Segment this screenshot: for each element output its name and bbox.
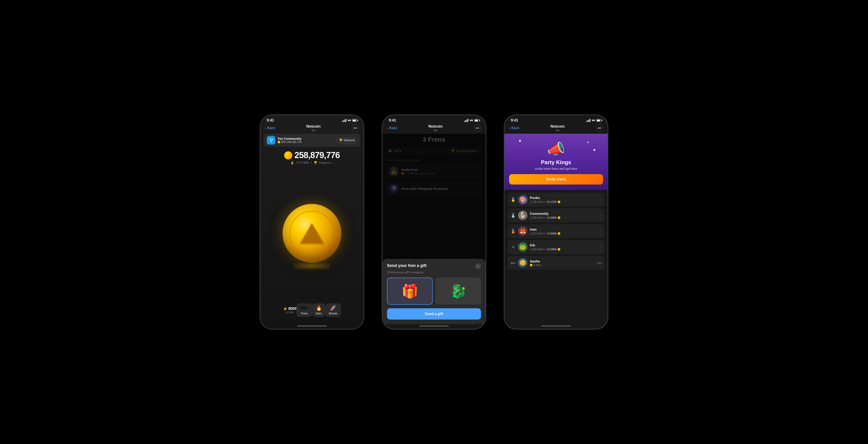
nav-center-2: Notcoin bot [428,124,442,132]
leader-item-1[interactable]: 🥇 🎨 Punks 1,238 frens • +6,123k › [508,193,604,207]
battery-icon-3 [596,119,601,122]
modal-close-button[interactable]: × [475,263,481,269]
modal-overlay: Send your fren a gift × Choose your gift… [382,134,486,324]
leader-frens-1: 1,238 frens [530,200,544,203]
medal-1: 🥇 [510,197,516,202]
score-rank: 🏅 777,740th • 🏆 Platinum › [290,161,333,164]
leader-name-5: Sasha [530,259,594,263]
back-button-2[interactable]: ‹ Back [387,126,397,131]
leader-avatar-5: 😊 [518,258,528,268]
signal-icon [342,119,346,122]
leader-name-4: Kik [530,243,598,247]
nav-title-3: Notcoin [550,124,565,129]
phone2-content: 3 Frens +917k 🏆 Top 300 leaders › Invite… [382,134,486,324]
ton-letter: ▽ [270,138,273,143]
home-indicator-3 [541,326,571,327]
earn-tab[interactable]: 🔥 Earn [312,303,326,317]
community-banner[interactable]: ▽ Ton Community 905,238,482,734 🏆 Diamon… [264,134,360,147]
coin-glow [294,263,330,269]
more-button-2[interactable]: ••• [474,125,481,132]
frens-badge: 99+ [300,305,308,311]
leader-item-4[interactable]: 4 🐸 Kik 1,220 frens • +3,085k › [508,240,604,254]
signal-icon-3 [586,119,590,122]
phone3-content: ✦ ✦ ✦ 📣 Party Kings Invite more frens an… [504,134,608,324]
score-coin [284,151,292,160]
community-left: ▽ Ton Community 905,238,482,734 [267,136,302,144]
sparkle-3: ✦ [587,140,590,144]
big-coin-area[interactable] [283,165,341,301]
leader-detail-3: 1,223 frens • +3,868k [530,232,598,235]
party-title: Party Kings [541,159,571,166]
leader-rank-1: 🥇 [510,197,516,202]
leader-avatar-2: 🐕 [518,211,528,220]
nav-bar-2: ‹ Back Notcoin bot ••• [382,123,486,134]
phone1-content: ▽ Ton Community 905,238,482,734 🏆 Diamon… [260,134,364,324]
nav-center-3: Notcoin bot [550,124,565,132]
modal-header: Send your fren a gift × [387,263,481,269]
leader-avatar-4: 🐸 [518,242,528,252]
status-bar-3: 9:41 ▾▾ [504,115,608,123]
medal-2: 🥈 [510,213,516,218]
diamond-badge: 🏆 Diamond [337,138,357,143]
back-label-3: Back [511,126,520,130]
phone-1: 9:41 ▾▾ ‹ Back Notcoin bot ••• ▽ [260,115,364,329]
battery-icon-2 [474,119,479,122]
leader-reward-2: +4,088k [546,216,557,219]
leader-item-5[interactable]: 300+ 😊 Sasha 3 frens You [508,256,604,270]
leader-name-3: Ivan [530,228,598,231]
rank-level: Platinum [319,161,331,164]
main-score: 258,879,776 [284,150,340,160]
leader-rank-5: 300+ [510,261,516,265]
earn-icon: 🔥 [316,305,322,311]
community-coins: 905,238,482,734 [278,140,302,144]
rank-num-5: 300+ [510,262,516,265]
energy-num: 8000 [288,307,297,311]
reward-coin-1 [558,201,560,203]
party-subtitle: Invite more frens and get here [535,167,577,171]
big-coin[interactable] [283,204,341,263]
back-chevron-1: ‹ [265,126,266,131]
rank-value: 777,740th [296,161,309,164]
reward-coin-5 [530,264,532,267]
send-gift-button[interactable]: Send a gift [387,308,481,319]
community-name: Ton Community [278,137,302,140]
invite-frens-button[interactable]: Invite frens [509,174,603,184]
back-button-1[interactable]: ‹ Back [265,126,275,131]
leader-detail-1: 1,238 frens • +6,123k [530,200,598,203]
leader-item-3[interactable]: 🥉 🦊 Ivan 1,223 frens • +3,868k › [508,224,604,238]
leader-avatar-3: 🦊 [518,227,528,236]
bottom-bar-1: ⚡ 8000 /10,000 99+ Frens 🔥 Earn 🚀 Boosts [278,301,346,321]
nav-title-1: Notcoin [306,124,320,129]
rank-icon: 🏅 [290,161,294,164]
back-button-3[interactable]: ‹ Back [509,126,520,131]
more-button-3[interactable]: ••• [596,125,603,132]
signal-icon-2 [464,119,468,122]
leaderboard: 🥇 🎨 Punks 1,238 frens • +6,123k › [504,190,608,324]
status-bar-1: 9:41 ▾▾ [260,115,364,123]
gift-icon-2: 🐉 [450,283,467,299]
medal-3: 🥉 [510,229,516,234]
rank-num-4: 4 [512,245,514,249]
leader-detail-4: 1,220 frens • +3,085k [530,247,598,251]
more-button-1[interactable]: ••• [352,125,359,132]
nav-subtitle-3: bot [550,129,565,132]
trophy-icon: 🏆 [339,139,343,142]
leader-item-2[interactable]: 🥈 🐕 Community 1,230 frens • +4,088k › [508,208,604,223]
leader-frens-4: 1,220 frens [530,248,544,251]
gift-option-1[interactable]: 🎁 [387,278,433,305]
boosts-tab[interactable]: 🚀 Boosts [326,303,341,317]
reward-coin-3 [558,232,560,235]
boosts-icon: 🚀 [330,305,336,311]
trophy-rank-icon: 🏆 [314,161,317,164]
gift-option-2[interactable]: 🐉 [435,278,481,305]
wifi-icon-3: ▾▾ [592,118,595,122]
frens-tab[interactable]: 99+ Frens [296,303,312,317]
leader-arrow-1: › [600,198,602,202]
coin-display: 258,879,776 🏅 777,740th • 🏆 Platinum › [284,148,340,165]
megaphone-icon: 📣 [547,140,565,158]
nav-bar-1: ‹ Back Notcoin bot ••• [260,123,364,134]
gift-icon-1: 🎁 [401,283,418,299]
energy-value: ⚡ 8000 [283,307,297,311]
gift-options: 🎁 🐉 [387,278,481,305]
energy-max: /10,000 [285,311,294,314]
